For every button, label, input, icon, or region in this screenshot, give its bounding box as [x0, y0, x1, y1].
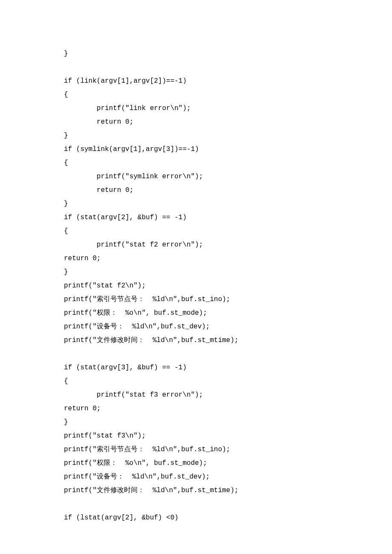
- code-line: }: [64, 265, 328, 279]
- code-line: printf("索引号节点号： %ld\n",buf.st_ino);: [64, 443, 328, 456]
- code-line: if (link(argv[1],argv[2])==-1): [64, 74, 328, 88]
- code-line: printf("stat f3 error\n");: [64, 388, 328, 402]
- code-line: return 0;: [64, 115, 328, 129]
- code-line: printf("索引号节点号： %ld\n",buf.st_ino);: [64, 293, 328, 306]
- code-line: return 0;: [64, 183, 328, 197]
- code-line: printf("stat f2 error\n");: [64, 238, 328, 252]
- blank-line: [64, 61, 328, 74]
- code-line: printf("设备号： %ld\n",buf.st_dev);: [64, 320, 328, 334]
- code-line: return 0;: [64, 252, 328, 265]
- code-line: return 0;: [64, 402, 328, 415]
- code-line: printf("stat f3\n");: [64, 429, 328, 443]
- blank-line: [64, 497, 328, 511]
- code-line: }: [64, 197, 328, 211]
- code-line: if (stat(argv[2], &buf) == -1): [64, 211, 328, 224]
- code-line: }: [64, 129, 328, 142]
- code-line: printf("link error\n");: [64, 102, 328, 115]
- code-line: {: [64, 374, 328, 388]
- code-line: printf("权限： %o\n", buf.st_mode);: [64, 456, 328, 470]
- code-line: printf("文件修改时间： %ld\n",buf.st_mtime);: [64, 484, 328, 497]
- code-line: if (lstat(argv[2], &buf) <0): [64, 511, 328, 525]
- code-line: printf("权限： %o\n", buf.st_mode);: [64, 306, 328, 320]
- code-line: if (stat(argv[3], &buf) == -1): [64, 361, 328, 374]
- code-line: {: [64, 156, 328, 170]
- code-line: printf("文件修改时间： %ld\n",buf.st_mtime);: [64, 334, 328, 347]
- code-line: printf("设备号： %ld\n",buf.st_dev);: [64, 470, 328, 484]
- code-line: {: [64, 224, 328, 238]
- code-line: }: [64, 415, 328, 429]
- document-page: } if (link(argv[1],argv[2])==-1) { print…: [0, 0, 392, 554]
- code-line: printf("symlink error\n");: [64, 170, 328, 183]
- code-line: printf("stat f2\n");: [64, 279, 328, 293]
- code-line: if (symlink(argv[1],argv[3])==-1): [64, 142, 328, 156]
- blank-line: [64, 347, 328, 361]
- code-line: }: [64, 47, 328, 61]
- code-line: {: [64, 88, 328, 102]
